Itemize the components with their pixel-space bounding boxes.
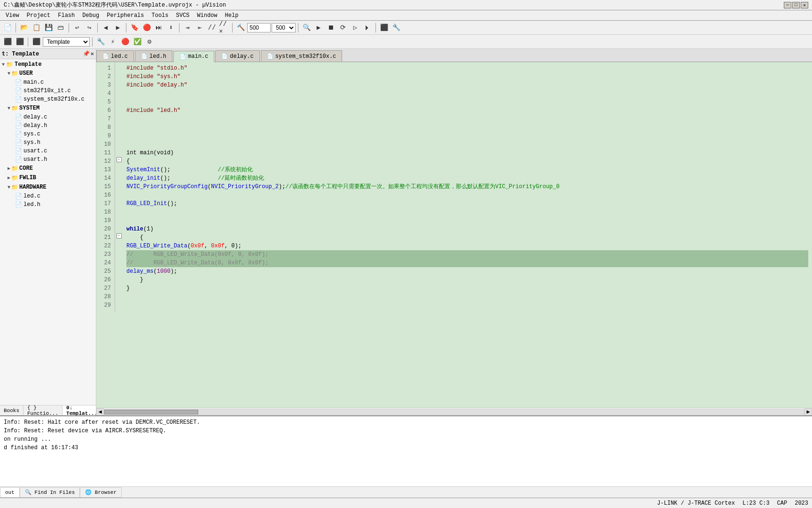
- debug-start-button[interactable]: ▶: [313, 22, 324, 33]
- tree-group-core[interactable]: ▶ 📁 CORE: [0, 164, 96, 173]
- proj-btn1[interactable]: ⬛: [31, 36, 42, 48]
- menu-tools[interactable]: Tools: [148, 11, 172, 20]
- menu-peripherals[interactable]: Peripherals: [103, 11, 148, 20]
- tree-file-ledc[interactable]: 📄 led.c: [0, 192, 96, 200]
- tree-group-fwlib[interactable]: ▶ 📁 FWLIB: [0, 173, 96, 183]
- tb2-btn3[interactable]: 🔴: [119, 36, 131, 48]
- debug-reset-button[interactable]: ⟳: [337, 22, 349, 33]
- code-line-23: // RGB_LED_Write_Data(0x0f, 0, 0x0f);: [126, 250, 808, 259]
- menu-project[interactable]: Project: [23, 11, 54, 20]
- sidebar-close-icon[interactable]: ✕: [91, 50, 94, 57]
- tab-ledc-label: led.c: [111, 53, 128, 60]
- tb2-sep2: [92, 37, 93, 47]
- tab-delayc-label: delay.c: [230, 53, 253, 60]
- tab-system[interactable]: 📄 system_stm32f10x.c: [261, 50, 343, 62]
- tree-file-usarth[interactable]: 📄 usart.h: [0, 155, 96, 164]
- tab-ledc[interactable]: 📄 led.c: [96, 50, 134, 62]
- unindent-button[interactable]: ⇤: [194, 22, 205, 33]
- tree-root[interactable]: ▼ 📁 Template: [0, 60, 96, 69]
- tb2-btn2[interactable]: ⚡: [107, 36, 118, 48]
- speed-dropdown[interactable]: 500: [272, 23, 296, 32]
- sidebar-tab-templates[interactable]: 0↓ Templat...: [62, 405, 96, 416]
- undo-button[interactable]: ↩: [71, 22, 83, 33]
- tree-file-sysh[interactable]: 📄 sys.h: [0, 138, 96, 147]
- tab-mainc[interactable]: 📄 main.c: [173, 51, 214, 62]
- output-tab-out[interactable]: out: [0, 487, 20, 498]
- step-over-button[interactable]: ⏭: [153, 22, 164, 33]
- indent-button[interactable]: ⇥: [182, 22, 193, 33]
- tree-root-label: Template: [15, 61, 42, 68]
- sidebar-tab-books[interactable]: Books: [0, 405, 23, 416]
- tab-ledh-label: led.h: [149, 53, 166, 60]
- debug-run-button[interactable]: ▷: [350, 22, 361, 33]
- menu-view[interactable]: View: [2, 11, 23, 20]
- tree-file-sysc[interactable]: 📄 sys.c: [0, 130, 96, 138]
- status-cap: CAP: [777, 500, 788, 507]
- tab-ledh[interactable]: 📄 led.h: [135, 50, 172, 62]
- file-ledh-label: led.h: [23, 201, 40, 208]
- menu-help[interactable]: Help: [221, 11, 242, 20]
- status-jlink: J-LINK / J-TRACE Cortex: [657, 500, 735, 507]
- tree-file-mainc[interactable]: 📄 main.c: [0, 78, 96, 87]
- tree-file-stm32it[interactable]: 📄 stm32f10x_it.c: [0, 87, 96, 95]
- redo-button[interactable]: ↪: [84, 22, 95, 33]
- collapse-marker[interactable]: -: [117, 157, 122, 162]
- output-tab-find[interactable]: 🔍 Find In Files: [20, 487, 80, 498]
- maximize-button[interactable]: □: [792, 2, 800, 8]
- breakpoint-button[interactable]: 🔴: [141, 22, 152, 33]
- settings-button[interactable]: 🔧: [390, 22, 402, 33]
- bookmark-button[interactable]: 🔖: [129, 22, 140, 33]
- menu-svcs[interactable]: SVCS: [172, 11, 194, 20]
- tb2-btn5[interactable]: ⚙: [144, 36, 155, 48]
- step-in-button[interactable]: ⬇: [165, 22, 177, 33]
- hscroll-thumb[interactable]: [104, 410, 198, 414]
- tree-group-system[interactable]: ▼ 📁 SYSTEM: [0, 103, 96, 113]
- search-button[interactable]: 🔍: [301, 22, 312, 33]
- tb2-btn1[interactable]: 🔧: [95, 36, 106, 48]
- next-btn2[interactable]: ⬛: [14, 36, 25, 48]
- output-tab-browser[interactable]: 🌐 Browser: [80, 487, 122, 498]
- menu-debug[interactable]: Debug: [78, 11, 103, 20]
- open-button[interactable]: 📂: [18, 22, 30, 33]
- prev-btn[interactable]: ⬛: [2, 36, 13, 48]
- scroll-right-btn[interactable]: ▶: [804, 408, 812, 416]
- debug-run2-button[interactable]: ⏵: [362, 22, 373, 33]
- debug-stop-button[interactable]: ⏹: [325, 22, 336, 33]
- code-line-27: }: [126, 284, 808, 293]
- new-file-button[interactable]: 📄: [2, 22, 13, 33]
- comment-button[interactable]: //: [206, 22, 218, 33]
- tab-delayc[interactable]: 📄 delay.c: [215, 50, 259, 62]
- tree-file-delayh[interactable]: 📄 delay.h: [0, 121, 96, 130]
- tree-file-ledh[interactable]: 📄 led.h: [0, 200, 96, 209]
- minimize-button[interactable]: —: [784, 2, 791, 8]
- collapse-marker[interactable]: -: [117, 233, 122, 238]
- speed-input[interactable]: [247, 23, 271, 32]
- title-bar: C:\鑫鲼\Desktop\麦轮小车STM32程序代码\USER\Templat…: [0, 0, 812, 10]
- code-editor[interactable]: 1234567891011121314151617181920212223242…: [96, 62, 812, 408]
- save-button[interactable]: 💾: [43, 22, 54, 33]
- nav-back-button[interactable]: ◀: [100, 22, 111, 33]
- tree-file-usartc[interactable]: 📄 usart.c: [0, 147, 96, 155]
- scroll-left-btn[interactable]: ◀: [96, 408, 104, 416]
- hscroll-track[interactable]: [104, 409, 804, 415]
- menu-flash[interactable]: Flash: [54, 11, 78, 20]
- tool1-button[interactable]: 🔨: [235, 22, 246, 33]
- sidebar-lock-icon[interactable]: 📌: [83, 50, 90, 57]
- save-all-button[interactable]: 🗃: [55, 22, 66, 33]
- close-button[interactable]: ✕: [801, 2, 808, 8]
- tree-file-system[interactable]: 📄 system_stm32f10x.c: [0, 95, 96, 103]
- tree-group-hardware[interactable]: ▼ 📁 HARDWARE: [0, 183, 96, 192]
- nav-fwd-button[interactable]: ▶: [112, 22, 124, 33]
- tab-bar: 📄 led.c 📄 led.h 📄 main.c 📄 delay.c 📄 sys…: [96, 49, 812, 62]
- uncomment-button[interactable]: //×: [219, 22, 230, 33]
- hscrollbar[interactable]: ◀ ▶: [96, 408, 812, 415]
- sidebar-tab-functions[interactable]: { } Functio...: [23, 405, 62, 416]
- window-btn[interactable]: ⬛: [378, 22, 390, 33]
- copy-button[interactable]: 📋: [31, 22, 42, 33]
- code-content[interactable]: #include "stdio.h"#include "sys.h"#inclu…: [123, 62, 812, 311]
- tb2-btn4[interactable]: ✅: [132, 36, 143, 48]
- tree-group-user[interactable]: ▼ 📁 USER: [0, 69, 96, 78]
- template-dropdown[interactable]: Template: [43, 37, 90, 47]
- menu-window[interactable]: Window: [193, 11, 221, 20]
- tree-file-delayc[interactable]: 📄 delay.c: [0, 113, 96, 121]
